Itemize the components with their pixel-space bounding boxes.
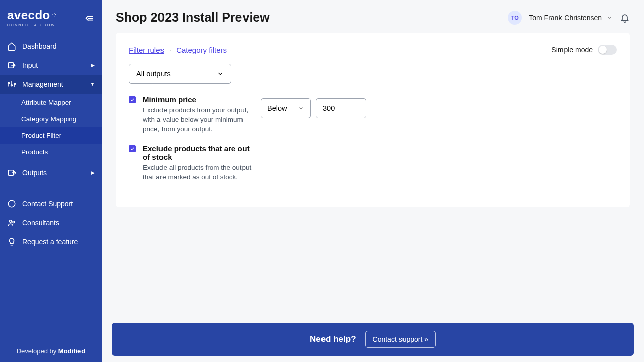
sidebar-item-label: Management — [22, 80, 63, 88]
svg-point-6 — [10, 220, 12, 223]
chevron-down-icon — [298, 105, 304, 111]
chat-icon — [7, 199, 16, 208]
sidebar-item-label: Request a feature — [22, 238, 78, 246]
lightbulb-icon — [7, 237, 16, 246]
subnav-attribute-mapper[interactable]: Attribute Mapper — [0, 94, 102, 111]
logo-tagline: CONNECT & GROW — [7, 23, 57, 27]
sidebar-footer: Developed by Modified — [0, 340, 102, 362]
sidebar-item-label: Outputs — [22, 169, 47, 177]
output-icon — [7, 168, 16, 177]
chevron-down-icon: ▼ — [90, 82, 95, 87]
sidebar-item-consultants[interactable]: Consultants — [0, 213, 102, 232]
collapse-sidebar-button[interactable] — [84, 13, 95, 24]
home-icon — [7, 42, 16, 51]
footer-prefix: Developed by — [17, 347, 58, 355]
avatar: TO — [508, 11, 522, 25]
oos-title: Exclude products that are out of stock — [143, 144, 254, 161]
sidebar-item-label: Consultants — [22, 219, 59, 227]
sidebar-item-outputs[interactable]: Outputs ▶ — [0, 163, 102, 183]
svg-point-7 — [13, 221, 15, 223]
outputs-select-value: All outputs — [136, 70, 171, 78]
simple-mode-control: Simple mode — [551, 45, 617, 55]
sidebar-item-label: Input — [22, 61, 38, 69]
filter-minimum-price: Minimum price Exclude products from your… — [129, 95, 617, 134]
logo: avecdo⁘ CONNECT & GROW — [7, 9, 57, 27]
sliders-icon — [7, 80, 16, 89]
chevron-right-icon: ▶ — [91, 170, 95, 175]
check-icon — [130, 146, 135, 151]
sidebar-item-request-feature[interactable]: Request a feature — [0, 232, 102, 251]
chevron-down-icon — [217, 70, 224, 77]
subnav-products[interactable]: Products — [0, 144, 102, 160]
min-price-title: Minimum price — [143, 95, 254, 104]
min-price-value-input[interactable] — [316, 98, 366, 118]
min-price-comparator-select[interactable]: Below — [261, 98, 311, 118]
subnav-product-filter[interactable]: Product Filter — [0, 127, 102, 144]
main-nav: Dashboard Input ▶ Management ▼ — [0, 37, 102, 94]
outputs-select[interactable]: All outputs — [129, 64, 231, 84]
subnav-category-mapping[interactable]: Category Mapping — [0, 111, 102, 127]
logo-text: avecdo — [7, 8, 50, 22]
oos-desc: Exclude all products from the output tha… — [143, 163, 254, 183]
chevron-left-icon — [84, 13, 95, 24]
page-title: Shop 2023 Install Preview — [116, 10, 270, 25]
user-area: TO Tom Frank Christensen — [508, 11, 630, 25]
tabs: Filter rules · Category filters — [129, 46, 227, 54]
min-price-desc: Exclude products from your output, with … — [143, 106, 254, 134]
filter-out-of-stock: Exclude products that are out of stock E… — [129, 144, 617, 183]
sidebar-item-input[interactable]: Input ▶ — [0, 56, 102, 75]
sidebar-item-management[interactable]: Management ▼ — [0, 75, 102, 94]
chevron-down-icon — [607, 15, 613, 21]
content-card: Filter rules · Category filters Simple m… — [116, 33, 630, 207]
out-of-stock-checkbox[interactable] — [129, 145, 136, 152]
user-menu[interactable]: Tom Frank Christensen — [529, 14, 613, 22]
main-nav-2: Outputs ▶ — [0, 163, 102, 183]
sidebar-item-dashboard[interactable]: Dashboard — [0, 37, 102, 56]
comparator-value: Below — [267, 104, 287, 112]
topbar: Shop 2023 Install Preview TO Tom Frank C… — [102, 0, 644, 33]
tabs-row: Filter rules · Category filters Simple m… — [129, 45, 617, 55]
bell-icon[interactable] — [620, 13, 630, 23]
tab-filter-rules[interactable]: Filter rules — [129, 46, 164, 54]
sidebar-item-label: Contact Support — [22, 200, 73, 208]
users-icon — [7, 218, 16, 227]
chevron-right-icon: ▶ — [91, 63, 95, 68]
help-bar: Need help? Contact support » — [112, 323, 634, 356]
help-text: Need help? — [310, 334, 356, 344]
tab-separator: · — [169, 46, 171, 54]
contact-support-button[interactable]: Contact support » — [365, 331, 436, 348]
tab-category-filters[interactable]: Category filters — [176, 46, 227, 54]
sidebar: avecdo⁘ CONNECT & GROW Dashboard Input ▶… — [0, 0, 102, 362]
simple-mode-label: Simple mode — [551, 46, 593, 54]
input-icon — [7, 61, 16, 70]
footer-brand: Modified — [58, 347, 85, 355]
main: Shop 2023 Install Preview TO Tom Frank C… — [102, 0, 644, 362]
management-subnav: Attribute Mapper Category Mapping Produc… — [0, 94, 102, 160]
sidebar-item-contact-support[interactable]: Contact Support — [0, 194, 102, 213]
logo-dots-icon: ⁘ — [51, 11, 57, 19]
divider — [4, 187, 98, 187]
sidebar-header: avecdo⁘ CONNECT & GROW — [0, 0, 102, 34]
min-price-checkbox[interactable] — [129, 96, 136, 103]
user-name-text: Tom Frank Christensen — [529, 14, 602, 22]
simple-mode-toggle[interactable] — [598, 45, 617, 55]
check-icon — [130, 97, 135, 102]
support-nav: Contact Support Consultants Request a fe… — [0, 194, 102, 251]
sidebar-item-label: Dashboard — [22, 42, 57, 50]
